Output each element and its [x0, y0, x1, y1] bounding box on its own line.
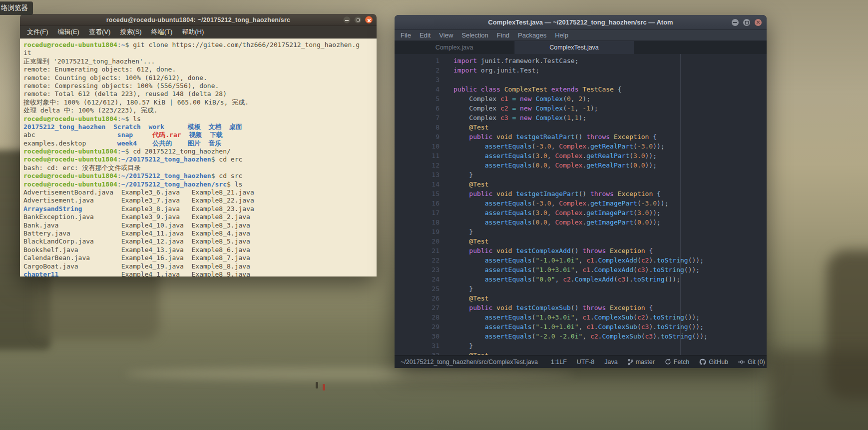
status-utf-8[interactable]: UTF-8 — [577, 358, 594, 366]
menu-item-find[interactable]: Find — [497, 32, 509, 39]
code-text-segment: testComplexAdd — [516, 247, 571, 254]
code-text-segment: ( — [633, 314, 637, 321]
terminal-text-segment: 处理 delta 中: 100% (223/223), 完成. — [23, 106, 158, 114]
code-text-segment: getImagePart — [586, 218, 633, 226]
code-text-segment: -3.0 — [641, 200, 657, 207]
terminal-output[interactable]: rocedu@rocedu-ubuntu1804:~$ git clone ht… — [20, 38, 377, 276]
status-github[interactable]: GitHub — [699, 358, 728, 366]
menu-item-s[interactable]: 搜索(S) — [120, 28, 141, 36]
terminal-text-segment: 桌面 — [229, 123, 242, 130]
status-master[interactable]: master — [628, 358, 655, 366]
code-text-segment: class — [481, 86, 500, 93]
menu-item-selection[interactable]: Selection — [461, 32, 488, 39]
code-text-segment: ( — [614, 276, 618, 283]
line-number: 18 — [395, 218, 439, 227]
terminal-line: abc snap 代码.rar 视频 下载 — [23, 131, 373, 139]
status-cursor-position[interactable]: 1:1 — [551, 358, 559, 366]
code-line: assertEquals("1.0+3.0i", c1.ComplexSub(c… — [453, 312, 767, 322]
code-text-segment: ()); — [684, 266, 700, 274]
line-number: 16 — [395, 198, 439, 208]
terminal-line: examples.desktop week4 公共的 图片 音乐 — [23, 140, 373, 148]
status-git-0[interactable]: Git (0) — [738, 358, 765, 366]
tab-complex-java[interactable]: Complex.java — [395, 41, 514, 54]
code-line: Complex c2 = new Complex(-1, -1); — [453, 104, 767, 113]
code-line: import junit.framework.TestCase; — [453, 56, 767, 66]
code-line: assertEquals("0.0", c2.ComplexAdd(c3).to… — [453, 274, 767, 284]
code-text-segment: . — [582, 209, 586, 216]
terminal-text-segment: it — [23, 49, 31, 56]
terminal-line: CalendarBean.java Example4_16.java Examp… — [23, 254, 373, 262]
code-text-segment: throws — [582, 304, 606, 312]
code-line: assertEquals(0.0, Complex.getRealPart(0.… — [453, 160, 767, 170]
minimize-icon[interactable] — [343, 16, 351, 24]
close-icon[interactable] — [755, 19, 762, 26]
code-text-segment: org.junit.Test; — [477, 66, 539, 74]
code-text-segment: , — [551, 142, 559, 150]
close-icon[interactable] — [365, 16, 373, 24]
terminal-text-segment: Example4_1.java Example8_9.java — [58, 270, 250, 276]
maximize-icon[interactable] — [743, 19, 750, 26]
menu-item-t[interactable]: 终端(T) — [151, 28, 173, 36]
browser-tooltip: 络浏览器 — [0, 2, 33, 15]
terminal-line: it — [23, 49, 373, 57]
code-editor[interactable]: 1234567891011121314151617181920212223242… — [395, 54, 767, 355]
menu-item-f[interactable]: 文件(F) — [27, 28, 48, 36]
code-text-segment: TestCase — [582, 86, 614, 93]
code-text-segment: ( — [637, 323, 641, 330]
code-text-segment: , — [547, 218, 555, 226]
code-text-segment: import — [453, 66, 477, 74]
menu-item-packages[interactable]: Packages — [518, 32, 546, 39]
terminal-text-segment: 公共的 — [152, 140, 172, 147]
code-line: assertEquals(0.0, Complex.getImagePart(0… — [453, 218, 767, 227]
tab-complextest-java[interactable]: ComplexTest.java — [514, 41, 634, 54]
status-lf[interactable]: LF — [559, 358, 567, 366]
status-fetch[interactable]: Fetch — [665, 358, 689, 366]
code-text-segment: "0.0" — [535, 276, 555, 283]
code-text-segment: 0.0 — [637, 218, 649, 226]
code-text-segment: new — [520, 95, 531, 102]
terminal-titlebar[interactable]: rocedu@rocedu-ubuntu1804: ~/20175212_ton… — [20, 14, 377, 26]
code-line: public class ComplexTest extends TestCas… — [453, 84, 767, 94]
terminal-line: remote: Compressing objects: 100% (556/5… — [23, 82, 373, 90]
code-text-segment — [453, 323, 485, 330]
code-text-segment: ). — [625, 276, 633, 283]
minimize-icon[interactable] — [732, 19, 739, 26]
code-text-segment — [453, 266, 485, 274]
maximize-icon[interactable] — [354, 16, 362, 24]
code-text-segment: Complex — [559, 200, 586, 207]
menu-item-edit[interactable]: Edit — [420, 32, 431, 39]
code-line: } — [453, 170, 767, 180]
menu-item-help[interactable]: Help — [555, 32, 568, 39]
code-text-segment: Complex — [555, 218, 583, 226]
terminal-text-segment: $ ls — [125, 115, 141, 122]
code-text-segment: () — [571, 247, 582, 254]
terminal-text-segment: $ ls — [227, 180, 242, 188]
menu-item-h[interactable]: 帮助(H) — [182, 28, 204, 36]
code-text-segment: -3.0 — [535, 200, 551, 207]
code-text-segment — [492, 247, 496, 254]
atom-titlebar[interactable]: ComplexTest.java — ~/20175212_tong_haozh… — [395, 15, 767, 30]
code-text-segment: ); — [582, 95, 590, 102]
terminal-window: rocedu@rocedu-ubuntu1804: ~/20175212_ton… — [20, 14, 377, 276]
line-number: 22 — [395, 256, 439, 265]
code-text-segment: , — [575, 104, 583, 112]
code-line: assertEquals("-1.0+1.0i", c1.ComplexSub(… — [453, 322, 767, 332]
code-text-segment: toString — [633, 276, 665, 283]
status-java[interactable]: Java — [604, 358, 617, 366]
menu-item-v[interactable]: 查看(V) — [89, 28, 110, 36]
code-line: @Test — [453, 294, 767, 303]
code-text-segment: Complex — [535, 95, 563, 102]
code-text-segment — [453, 218, 485, 226]
line-number: 9 — [395, 132, 439, 142]
menu-item-e[interactable]: 编辑(E) — [58, 28, 79, 36]
terminal-text-segment: BlackLandCorp.java Example4_12.java Exam… — [23, 238, 250, 245]
terminal-text-segment: $ cd erc — [211, 156, 243, 163]
code-text-segment: , — [555, 276, 563, 283]
code-text-segment: ComplexAdd — [598, 256, 637, 264]
status-file-path[interactable]: ~/20175212_tong_haozhen/src/ComplexTest.… — [401, 358, 538, 366]
code-text-segment: ( — [633, 266, 637, 274]
code-area[interactable]: import junit.framework.TestCase;import o… — [453, 56, 767, 355]
menu-item-file[interactable]: File — [401, 32, 411, 39]
code-text-segment: } — [453, 171, 473, 178]
menu-item-view[interactable]: View — [439, 32, 453, 39]
